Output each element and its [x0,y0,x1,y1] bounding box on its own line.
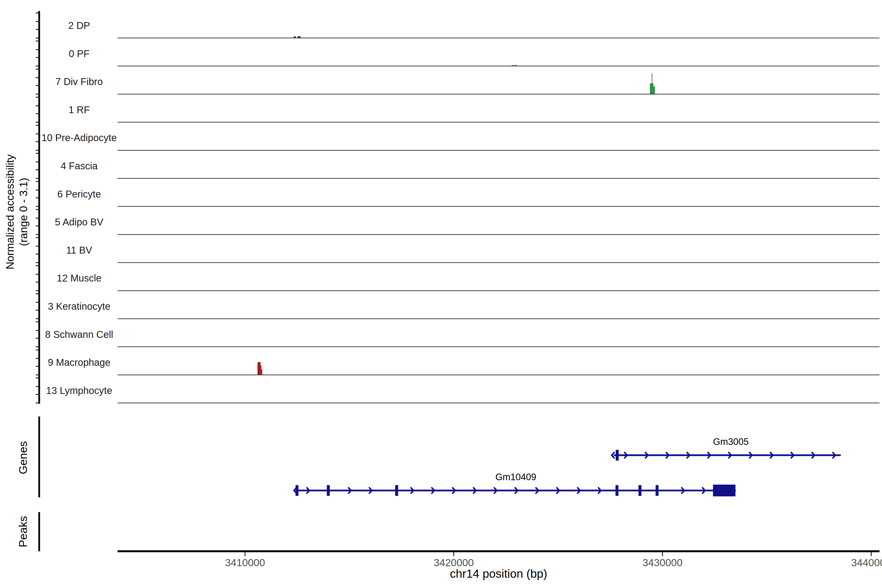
y-axis-title-line1: Normalized accessibility [3,154,16,269]
track-label: 6 Pericyte [57,188,101,200]
gene-exon-bar [296,485,298,496]
gene-exon-bar [656,485,658,496]
gene-exon-block [713,484,735,496]
coverage-peak [260,365,261,375]
track-label: 3 Keratinocyte [48,300,111,312]
gene-exon-bar [639,485,641,496]
track-label: 13 Lymphocyte [46,384,112,397]
plot-canvas [0,0,882,588]
track-label: 7 Div Fibro [56,75,103,88]
coverage-peak [652,73,652,94]
gene-exon-bar [616,450,619,460]
gene-exon-bar [327,485,330,496]
gene-name-label: Gm3005 [713,436,749,448]
track-label: 10 Pre-Adipocyte [42,132,117,144]
gene-exon-bar [395,485,398,496]
y-axis-title-line2: (range 0 - 3.1) [16,154,30,269]
x-axis-tick-label: 3420000 [434,556,474,569]
peaks-section-label: Peaks [16,516,30,548]
coverage-peak [261,369,262,375]
track-label: 9 Macrophage [48,356,111,369]
genes-section-label: Genes [16,441,30,474]
coverage-peak [258,362,260,375]
gene-exon-bar [615,485,618,496]
track-label: 11 BV [66,244,92,256]
track-label: 4 Fascia [60,160,98,172]
x-axis-tick-label: 3410000 [225,556,265,569]
gene-name-label: Gm10409 [495,471,536,483]
coverage-peak [653,87,655,94]
track-label: 1 RF [69,104,90,116]
x-axis-tick-label: 3430000 [642,556,682,569]
track-label: 8 Schwann Cell [45,328,113,340]
x-axis-tick-label: 3440000 [851,556,882,569]
track-label: 5 Adipo BV [55,216,104,228]
genome-accessibility-figure: Normalized accessibility (range 0 - 3.1)… [0,0,882,588]
track-label: 12 Muscle [57,272,101,284]
track-label: 2 DP [68,20,90,32]
y-axis-title: Normalized accessibility (range 0 - 3.1) [3,154,30,269]
track-label: 0 PF [69,48,89,60]
